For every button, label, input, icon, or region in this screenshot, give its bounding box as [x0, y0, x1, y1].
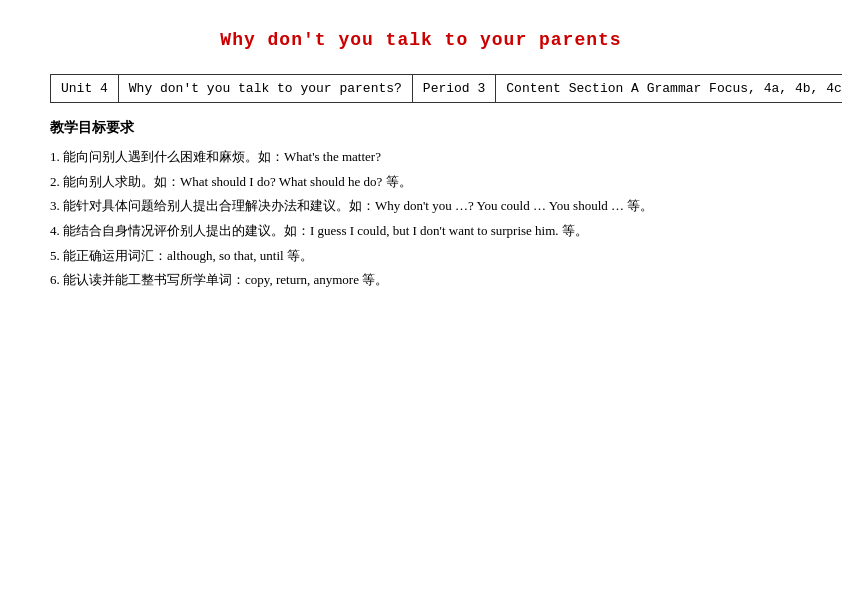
period-label: Period 3: [423, 81, 485, 96]
list-item: 能向别人求助。如：What should I do? What should h…: [50, 170, 792, 195]
page: Why don't you talk to your parents Unit …: [0, 0, 842, 595]
page-title: Why don't you talk to your parents: [50, 30, 792, 50]
content-cell: Content Section A Grammar Focus, 4a, 4b,…: [496, 75, 842, 103]
unit-label: Unit 4: [61, 81, 108, 96]
lesson-title: Why don't you talk to your parents?: [129, 81, 402, 96]
unit-cell: Unit 4: [51, 75, 119, 103]
lesson-title-cell: Why don't you talk to your parents?: [118, 75, 412, 103]
objectives-section: 教学目标要求 能向问别人遇到什么困难和麻烦。如：What's the matte…: [50, 119, 792, 293]
list-item: 能向问别人遇到什么困难和麻烦。如：What's the matter?: [50, 145, 792, 170]
objectives-heading: 教学目标要求: [50, 119, 792, 137]
lesson-header-table: Unit 4 Why don't you talk to your parent…: [50, 74, 842, 103]
objectives-list: 能向问别人遇到什么困难和麻烦。如：What's the matter?能向别人求…: [50, 145, 792, 293]
list-item: 能认读并能工整书写所学单词：copy, return, anymore 等。: [50, 268, 792, 293]
content-label: Content Section A Grammar Focus, 4a, 4b,…: [506, 81, 841, 96]
list-item: 能针对具体问题给别人提出合理解决办法和建议。如：Why don't you …?…: [50, 194, 792, 219]
period-cell: Period 3: [412, 75, 495, 103]
list-item: 能正确运用词汇：although, so that, until 等。: [50, 244, 792, 269]
list-item: 能结合自身情况评价别人提出的建议。如：I guess I could, but …: [50, 219, 792, 244]
